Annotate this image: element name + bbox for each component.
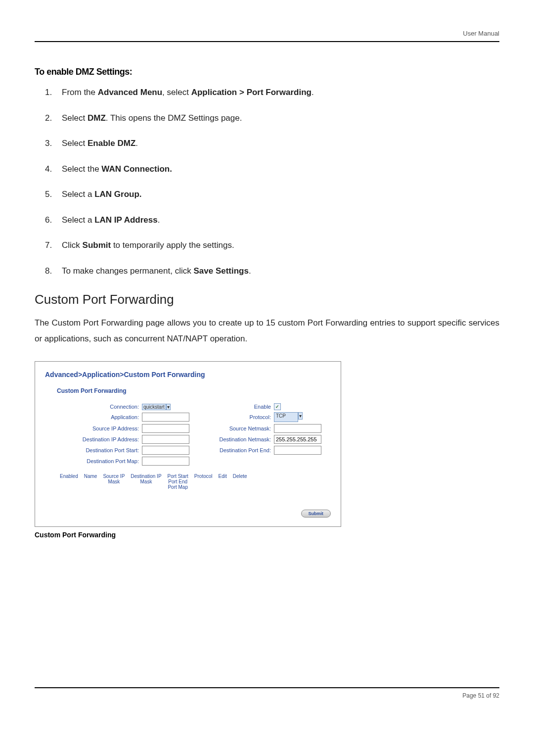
figure-breadcrumb: Advanced>Application>Custom Port Forward…	[45, 371, 331, 378]
step-4: Select the WAN Connection.	[54, 163, 499, 176]
subsection-body: The Custom Port Forwarding page allows y…	[35, 315, 499, 347]
source-netmask-input[interactable]	[274, 424, 323, 433]
application-label: Application:	[65, 414, 139, 420]
port-map-label: Destination Port Map:	[65, 458, 139, 464]
step-3: Select Enable DMZ.	[54, 137, 499, 150]
th-source: Source IP Mask	[103, 473, 125, 490]
steps-list: From the Advanced Menu, select Applicati…	[35, 86, 499, 277]
dest-netmask-input[interactable]	[274, 435, 323, 444]
application-input[interactable]	[142, 413, 194, 422]
dest-ip-label: Destination IP Address:	[65, 436, 139, 442]
connection-label: Connection:	[65, 404, 139, 410]
figure-table-headers: Enabled Name Source IP Mask Destination …	[60, 473, 331, 490]
step-5: Select a LAN Group.	[54, 188, 499, 201]
step-2: Select DMZ. This opens the DMZ Settings …	[54, 112, 499, 125]
step-7: Click Submit to temporarily apply the se…	[54, 239, 499, 252]
protocol-label: Protocol:	[197, 414, 271, 420]
th-enabled: Enabled	[60, 473, 78, 490]
header-rule	[35, 41, 499, 42]
protocol-select[interactable]: TCP▾	[274, 412, 323, 422]
header-label: User Manual	[35, 30, 499, 41]
port-end-label: Destination Port End:	[197, 447, 271, 453]
step-8: To make changes permanent, click Save Se…	[54, 265, 499, 278]
dest-ip-input[interactable]	[142, 435, 194, 444]
figure-screenshot: Advanced>Application>Custom Port Forward…	[35, 361, 341, 527]
footer-rule	[35, 687, 499, 688]
th-name: Name	[84, 473, 97, 490]
figure-caption: Custom Port Forwarding	[35, 531, 499, 539]
source-ip-label: Source IP Address:	[65, 425, 139, 431]
port-start-label: Destination Port Start:	[65, 447, 139, 453]
connection-select[interactable]: quickstart▾	[142, 404, 194, 410]
source-netmask-label: Source Netmask:	[197, 425, 271, 431]
port-end-input[interactable]	[274, 446, 323, 455]
subsection-heading: Custom Port Forwarding	[35, 292, 499, 307]
submit-button[interactable]: Submit	[301, 510, 331, 518]
th-dest: Destination IP Mask	[131, 473, 161, 490]
th-edit: Edit	[219, 473, 227, 490]
th-delete: Delete	[233, 473, 247, 490]
th-port: Port Start Port End Port Map	[168, 473, 188, 490]
section-title: To enable DMZ Settings:	[35, 67, 499, 77]
source-ip-input[interactable]	[142, 424, 194, 433]
figure-panel-title: Custom Port Forwarding	[57, 387, 331, 394]
port-start-input[interactable]	[142, 446, 194, 455]
dest-netmask-label: Destination Netmask:	[197, 436, 271, 442]
enable-checkbox[interactable]: ✓	[274, 403, 323, 410]
page-number: Page 51 of 92	[35, 692, 499, 699]
port-map-input[interactable]	[142, 457, 194, 466]
th-protocol: Protocol	[194, 473, 213, 490]
step-6: Select a LAN IP Address.	[54, 214, 499, 227]
figure-form: Connection: quickstart▾ Enable ✓ Applica…	[65, 403, 331, 466]
step-1: From the Advanced Menu, select Applicati…	[54, 86, 499, 99]
enable-label: Enable	[197, 404, 271, 410]
